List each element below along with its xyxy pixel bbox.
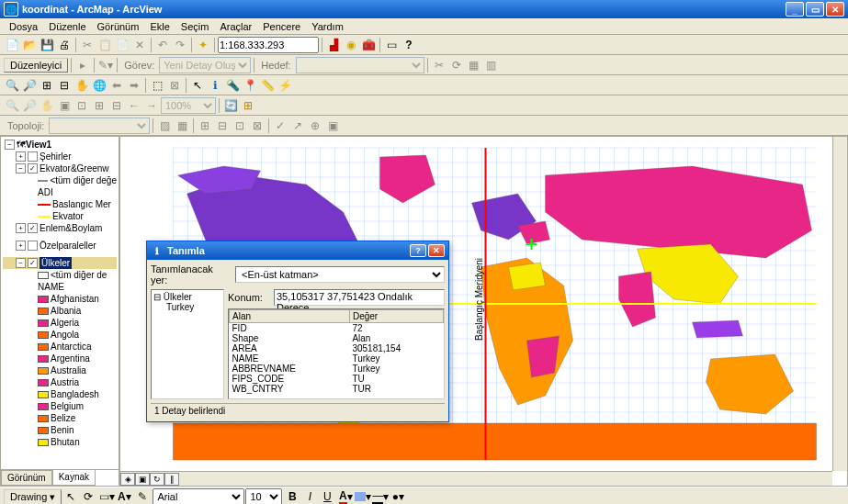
layout-next[interactable]: → <box>143 97 160 114</box>
toc-sym[interactable]: Argentina <box>3 353 117 364</box>
identify-layer-combo[interactable]: <En-üst katman> <box>235 266 445 283</box>
topo-btn-7[interactable]: ✓ <box>272 118 288 134</box>
toc-layer-enlem[interactable]: +✓ Enlem&Boylam <box>3 222 117 234</box>
split-button[interactable]: ✂ <box>431 57 447 73</box>
toc-sym[interactable]: <tüm diğer de <box>3 269 117 281</box>
open-button[interactable]: 📂 <box>21 37 38 53</box>
cut-button[interactable]: ✂ <box>79 37 96 53</box>
close-button[interactable]: ✕ <box>826 2 844 17</box>
maximize-button[interactable]: ▭ <box>806 2 824 17</box>
italic-button[interactable]: I <box>301 488 318 504</box>
edit-vertices-tool[interactable]: ✎ <box>134 488 151 504</box>
find-button[interactable]: 🔦 <box>224 77 241 94</box>
toggle-draft-button[interactable]: 🔄 <box>222 97 239 114</box>
menu-window[interactable]: Pencere <box>257 20 306 33</box>
editor-label[interactable]: Düzenleyici <box>4 58 68 73</box>
topology-combo[interactable] <box>49 118 150 134</box>
measure-button[interactable]: 📏 <box>259 77 276 94</box>
font-combo[interactable]: Arial <box>153 488 244 504</box>
toc-sym[interactable]: <tüm diğer değe <box>3 174 117 186</box>
layout-fixed-in[interactable]: ⊞ <box>91 97 107 114</box>
scale-input[interactable] <box>218 37 319 53</box>
new-button[interactable]: 📄 <box>4 37 20 53</box>
identify-grid[interactable]: AlanDeğer FID72 ShapeAlan AREA305181,154… <box>228 308 445 399</box>
go-to-xy-button[interactable]: 📍 <box>242 77 258 94</box>
menu-edit[interactable]: Düzenle <box>43 20 91 33</box>
layout-fixed-out[interactable]: ⊟ <box>108 97 125 114</box>
menu-file[interactable]: Dosya <box>4 20 43 33</box>
data-frame-button[interactable]: ⊞ <box>240 97 256 114</box>
font-color-button[interactable]: A▾ <box>337 488 354 504</box>
identify-dialog[interactable]: ℹ Tanımla ? ✕ Tanımlanacak yer: <En-üst … <box>146 241 449 422</box>
undo-button[interactable]: ↶ <box>154 37 171 53</box>
toc-sym[interactable]: Belgium <box>3 400 117 412</box>
identify-tree-item[interactable]: Turkey <box>153 302 221 312</box>
toc-sym[interactable]: Bhutan <box>3 436 117 448</box>
target-combo[interactable] <box>296 57 424 73</box>
paste-button[interactable]: 📄 <box>114 37 130 53</box>
identify-help-button[interactable]: ? <box>410 244 426 257</box>
hyperlink-button[interactable]: ⚡ <box>277 77 293 94</box>
marker-color-button[interactable]: ●▾ <box>390 488 406 504</box>
toc-sym[interactable]: Benin <box>3 424 117 436</box>
editor-toolbar-button[interactable]: ▟ <box>325 37 342 53</box>
layout-zoom-combo[interactable]: 100% <box>161 97 216 114</box>
tab-display[interactable]: Görünüm <box>1 470 52 486</box>
clear-selection-button[interactable]: ⊠ <box>166 77 183 94</box>
topo-btn-1[interactable]: ▨ <box>156 118 173 134</box>
toc-sym[interactable]: Angola <box>3 329 117 341</box>
refresh-button[interactable]: ↻ <box>150 473 164 486</box>
toc-layer-ulkeler[interactable]: −✓ Ülkeler <box>3 257 117 269</box>
toc-body[interactable]: −🗺 View1 + Şehirler −✓ Ekvator&Greenw <t… <box>1 137 119 469</box>
pan-button[interactable]: ✋ <box>73 77 90 94</box>
delete-button[interactable]: ✕ <box>131 37 148 53</box>
underline-button[interactable]: U <box>319 488 335 504</box>
fixed-zoom-in-button[interactable]: ⊞ <box>39 77 55 94</box>
layout-zoom-in[interactable]: 🔍 <box>4 97 20 114</box>
toc-layer-ozel[interactable]: + Özelparaleller <box>3 240 117 252</box>
redo-button[interactable]: ↷ <box>172 37 188 53</box>
full-extent-button[interactable]: 🌐 <box>91 77 107 94</box>
layout-view-button[interactable]: ▣ <box>135 473 150 486</box>
fixed-zoom-out-button[interactable]: ⊟ <box>56 77 73 94</box>
rectangle-tool[interactable]: ▭▾ <box>98 488 115 504</box>
layout-prev[interactable]: ← <box>126 97 142 114</box>
edit-tool[interactable]: ▸ <box>74 57 91 73</box>
text-tool[interactable]: A▾ <box>116 488 132 504</box>
save-button[interactable]: 💾 <box>39 37 55 53</box>
topo-btn-5[interactable]: ⊡ <box>232 118 248 134</box>
zoom-in-button[interactable]: 🔍 <box>4 77 20 94</box>
toc-sym[interactable]: Bangladesh <box>3 388 117 400</box>
toc-sym[interactable]: Australia <box>3 364 117 376</box>
select-elements-tool[interactable]: ↖ <box>62 488 79 504</box>
zoom-out-button[interactable]: 🔎 <box>21 77 38 94</box>
task-combo[interactable]: Yeni Detay Oluştur <box>159 57 251 73</box>
toc-sym[interactable]: Algeria <box>3 317 117 329</box>
rotate-button[interactable]: ⟳ <box>448 57 465 73</box>
menu-selection[interactable]: Seçim <box>175 20 215 33</box>
copy-button[interactable]: 📋 <box>96 37 113 53</box>
topo-btn-10[interactable]: ▣ <box>324 118 341 134</box>
help-button[interactable]: ? <box>401 37 417 53</box>
toc-sym[interactable]: Antarctica <box>3 341 117 353</box>
layout-extent[interactable]: ▣ <box>56 97 73 114</box>
identify-dialog-titlebar[interactable]: ℹ Tanımla ? ✕ <box>147 241 448 260</box>
pause-button[interactable]: ‖ <box>164 473 179 486</box>
topo-btn-4[interactable]: ⊟ <box>214 118 231 134</box>
toc-sym[interactable]: Albania <box>3 305 117 317</box>
next-extent-button[interactable]: ➡ <box>126 77 142 94</box>
arctoolbox-button[interactable]: 🧰 <box>360 37 377 53</box>
layout-zoom-out[interactable]: 🔎 <box>21 97 38 114</box>
minimize-button[interactable]: _ <box>786 2 804 17</box>
print-button[interactable]: 🖨 <box>56 37 73 53</box>
select-elements-button[interactable]: ↖ <box>189 77 206 94</box>
toc-layer-sehirler[interactable]: + Şehirler <box>3 151 117 162</box>
topo-btn-9[interactable]: ⊕ <box>307 118 323 134</box>
menu-view[interactable]: Görünüm <box>92 20 145 33</box>
identify-tree[interactable]: ⊟ Ülkeler Turkey <box>151 289 224 399</box>
topo-btn-8[interactable]: ↗ <box>289 118 306 134</box>
menu-insert[interactable]: Ekle <box>144 20 175 33</box>
topo-btn-6[interactable]: ⊠ <box>249 118 266 134</box>
rotate-tool[interactable]: ⟳ <box>80 488 96 504</box>
size-combo[interactable]: 10 <box>245 488 282 504</box>
